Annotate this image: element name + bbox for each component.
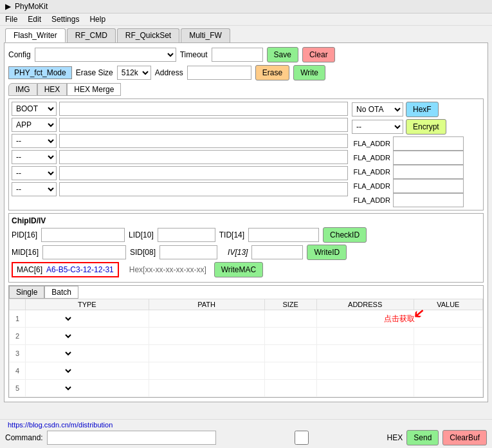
mac-box: MAC[6] A6-B5-C3-12-12-31	[12, 262, 119, 277]
ota-select[interactable]: No OTA	[352, 102, 403, 117]
row1-path-input[interactable]	[59, 118, 348, 132]
row2-value	[414, 328, 482, 345]
row5-size	[264, 380, 316, 397]
row2-type-select[interactable]: --	[12, 134, 57, 148]
address-label: Address	[155, 68, 183, 77]
row2-type[interactable]	[26, 328, 149, 345]
erase-size-select[interactable]: 512k 256k 1M	[117, 66, 151, 80]
row1-size	[264, 310, 316, 328]
config-select[interactable]	[35, 48, 176, 62]
writemac-button[interactable]: WriteMAC	[214, 262, 263, 277]
row5-value	[414, 380, 482, 397]
erase-button[interactable]: Erase	[255, 65, 289, 80]
row1-type-select[interactable]: APP	[12, 118, 57, 132]
fla-input-4[interactable]	[393, 193, 464, 207]
table-row: 5	[10, 380, 483, 397]
sid-input[interactable]	[159, 245, 217, 259]
send-button[interactable]: Send	[406, 430, 439, 445]
lid-input[interactable]: 0000000000	[158, 228, 215, 242]
batch-tabs: Single Batch	[9, 286, 483, 299]
menu-settings[interactable]: Settings	[51, 15, 79, 24]
sub-tabs: IMG HEX HEX Merge	[8, 83, 484, 96]
row2-type-select[interactable]	[28, 329, 73, 343]
save-button[interactable]: Save	[267, 47, 298, 62]
row4-path-input[interactable]	[59, 166, 348, 180]
status-url: https://blog.csdn.cn/m/distribution	[4, 420, 116, 429]
mid-input[interactable]: 0000000000000000	[42, 245, 126, 259]
row5-path-input[interactable]	[59, 182, 348, 196]
fla-input-3[interactable]	[393, 179, 464, 193]
row3-size	[264, 345, 316, 362]
row1-type[interactable]	[26, 310, 149, 328]
menu-help[interactable]: Help	[89, 15, 105, 24]
checkid-button[interactable]: CheckID	[323, 227, 367, 243]
batch-tab-batch[interactable]: Batch	[44, 286, 78, 299]
batch-tab-single[interactable]: Single	[9, 286, 44, 299]
row4-address	[316, 362, 414, 380]
row3-path-input[interactable]	[59, 150, 348, 164]
ota2-select[interactable]: --	[352, 120, 403, 134]
config-row: Config Timeout 4000 Save Clear	[8, 47, 484, 62]
row4-num: 4	[10, 362, 26, 380]
row4-type-select[interactable]: --	[12, 166, 57, 180]
fla-label-0: FLA_ADDR	[352, 140, 390, 147]
address-input[interactable]	[187, 66, 251, 80]
fla-label-3: FLA_ADDR	[352, 182, 390, 190]
fla-input-2[interactable]	[393, 165, 464, 179]
row2-num: 2	[10, 328, 26, 345]
row4-type-select[interactable]	[28, 364, 73, 378]
hex-merge-left: BOOT APP -- -- --	[12, 102, 348, 207]
writeid-button[interactable]: WriteID	[307, 245, 347, 260]
tab-multi-fw[interactable]: Multi_FW	[181, 28, 230, 42]
row5-type-select[interactable]	[28, 381, 73, 395]
pid-input[interactable]: 1212000000000000	[41, 228, 125, 242]
encrypt-button[interactable]: Encrypt	[406, 119, 446, 135]
row5-type-select[interactable]: --	[12, 182, 57, 196]
clearbuf-button[interactable]: ClearBuf	[442, 430, 487, 445]
write-button[interactable]: Write	[293, 65, 325, 80]
pid-label: PID[16]	[12, 230, 37, 239]
main-content: Config Timeout 4000 Save Clear PHY_fct_M…	[4, 42, 488, 402]
row3-type-select[interactable]	[28, 346, 73, 360]
row4-type[interactable]	[26, 362, 149, 380]
clear-button[interactable]: Clear	[302, 47, 335, 62]
img-row-0: BOOT	[12, 102, 348, 116]
iv-label: IV[13]	[228, 248, 248, 257]
table-row: 4	[10, 362, 483, 380]
row0-path-input[interactable]	[59, 102, 348, 116]
sub-tab-img[interactable]: IMG	[8, 83, 37, 96]
tid-label: TID[14]	[219, 230, 244, 239]
command-input[interactable]	[47, 431, 216, 445]
app-icon: ▶	[5, 2, 11, 11]
tab-flash-writer[interactable]: Flash_Writer	[5, 28, 66, 42]
menu-edit[interactable]: Edit	[28, 15, 41, 24]
tid-input[interactable]: 202101201615	[248, 228, 319, 242]
fla-input-1[interactable]	[393, 151, 464, 165]
sub-tab-hex[interactable]: HEX	[37, 83, 68, 96]
hex-checkbox[interactable]	[220, 431, 383, 445]
fla-input-0[interactable]	[393, 136, 464, 151]
row5-type[interactable]	[26, 380, 149, 397]
tab-rf-cmd[interactable]: RF_CMD	[67, 28, 116, 42]
row1-type-select[interactable]	[28, 312, 73, 326]
table-row: 3	[10, 345, 483, 362]
col-num	[10, 299, 26, 310]
col-size: SIZE	[264, 299, 316, 310]
phy-fct-mode-button[interactable]: PHY_fct_Mode	[8, 66, 72, 79]
row2-path-input[interactable]	[59, 134, 348, 148]
row3-value	[414, 345, 482, 362]
tab-rf-quickset[interactable]: RF_QuickSet	[117, 28, 179, 42]
row0-type-select[interactable]: BOOT	[12, 102, 57, 116]
sub-tab-hex-merge[interactable]: HEX Merge	[67, 83, 121, 96]
menu-file[interactable]: File	[5, 15, 17, 24]
hexf-button[interactable]: HexF	[406, 102, 439, 117]
sid-label: SID[08]	[130, 248, 156, 257]
row3-type-select[interactable]: --	[12, 150, 57, 164]
chipid-row-1: PID[16] 1212000000000000 LID[10] 0000000…	[12, 227, 480, 243]
iv-input[interactable]	[251, 245, 303, 259]
row3-type[interactable]	[26, 345, 149, 362]
hex-merge-content: BOOT APP -- -- --	[12, 102, 480, 207]
batch-section: Single Batch TYPE PATH SIZE ADDRESS VALU…	[8, 285, 484, 398]
timeout-input[interactable]: 4000	[212, 48, 263, 62]
fla-row-3: FLA_ADDR	[352, 179, 480, 193]
